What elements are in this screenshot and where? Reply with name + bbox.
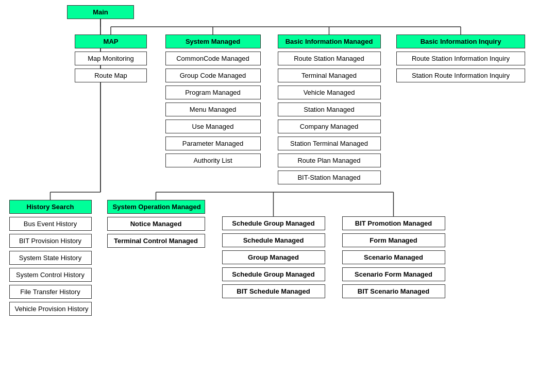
bit-scenario-managed: BIT Scenario Managed bbox=[342, 284, 445, 298]
route-station-managed: Route Station Managed bbox=[278, 52, 381, 65]
system-operation-managed-header: System Operation Managed bbox=[107, 200, 205, 214]
system-state-history: System State History bbox=[9, 251, 92, 265]
map-monitoring: Map Monitoring bbox=[75, 52, 147, 65]
station-managed: Station Managed bbox=[278, 103, 381, 116]
system-control-history: System Control History bbox=[9, 268, 92, 282]
commoncode-managed: CommonCode Managed bbox=[165, 52, 261, 65]
route-plan-managed: Route Plan Managed bbox=[278, 154, 381, 167]
system-managed-header: System Managed bbox=[165, 35, 261, 48]
bit-station-managed: BIT-Station Managed bbox=[278, 171, 381, 184]
notice-managed: Notice Managed bbox=[107, 217, 205, 231]
terminal-control-managed: Terminal Control Managed bbox=[107, 234, 205, 248]
bus-event-history: Bus Event History bbox=[9, 217, 92, 231]
schedule-managed: Schedule Managed bbox=[222, 233, 325, 247]
group-managed: Group Managed bbox=[222, 250, 325, 264]
history-search-header: History Search bbox=[9, 200, 92, 214]
scenario-managed: Scenario Managed bbox=[342, 250, 445, 264]
schedule-group-managed-2: Schedule Group Managed bbox=[222, 267, 325, 281]
route-station-info-inquiry: Route Station Information Inquiry bbox=[396, 52, 525, 65]
bit-promotion-managed: BIT Promotion Managed bbox=[342, 216, 445, 230]
program-managed: Program Managed bbox=[165, 86, 261, 99]
bit-schedule-managed: BIT Schedule Managed bbox=[222, 284, 325, 298]
basic-info-managed-header: Basic Information Managed bbox=[278, 35, 381, 48]
main-node: Main bbox=[67, 5, 134, 19]
bit-provision-history: BIT Provision History bbox=[9, 234, 92, 248]
station-route-info-inquiry: Station Route Information Inquiry bbox=[396, 69, 525, 82]
terminal-managed: Terminal Managed bbox=[278, 69, 381, 82]
basic-info-inquiry-header: Basic Information Inquiry bbox=[396, 35, 525, 48]
authority-list: Authority List bbox=[165, 154, 261, 167]
vehicle-managed: Vehicle Managed bbox=[278, 86, 381, 99]
use-managed: Use Managed bbox=[165, 120, 261, 133]
schedule-group-managed-1: Schedule Group Managed bbox=[222, 216, 325, 230]
vehicle-provision-history: Vehicle Provision History bbox=[9, 302, 92, 316]
route-map: Route Map bbox=[75, 69, 147, 82]
scenario-form-managed: Scenario Form Managed bbox=[342, 267, 445, 281]
group-code-managed: Group Code Managed bbox=[165, 69, 261, 82]
company-managed: Company Managed bbox=[278, 120, 381, 133]
form-managed: Form Managed bbox=[342, 233, 445, 247]
file-transfer-history: File Transfer History bbox=[9, 285, 92, 299]
menu-managed: Menu Managed bbox=[165, 103, 261, 116]
station-terminal-managed: Station Terminal Managed bbox=[278, 137, 381, 150]
org-chart: Main MAP Map Monitoring Route Map System… bbox=[5, 5, 549, 316]
map-header: MAP bbox=[75, 35, 147, 48]
parameter-managed: Parameter Managed bbox=[165, 137, 261, 150]
